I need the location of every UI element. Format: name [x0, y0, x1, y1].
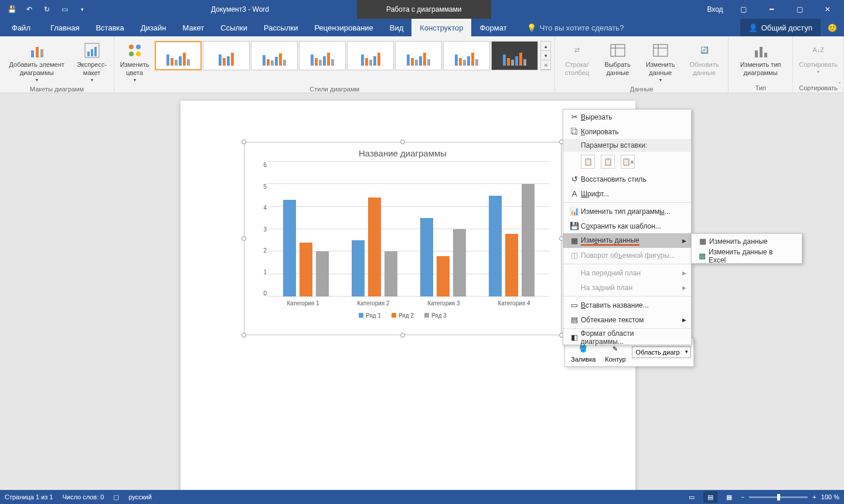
spellcheck-icon[interactable]: ▢: [113, 493, 119, 501]
chart-style-2[interactable]: [203, 41, 250, 70]
chart-legend[interactable]: Ряд 1Ряд 2Ряд 3: [244, 312, 561, 319]
redo-icon[interactable]: ↻: [40, 2, 54, 16]
tab-references[interactable]: Ссылки: [212, 19, 256, 36]
tab-mailings[interactable]: Рассылки: [256, 19, 306, 36]
bar[interactable]: [352, 240, 365, 297]
bar[interactable]: [522, 184, 535, 297]
chart-style-1[interactable]: [155, 41, 202, 70]
new-doc-icon[interactable]: ▭: [57, 2, 72, 16]
bars-container: [268, 162, 549, 297]
tab-home[interactable]: Главная: [42, 19, 87, 36]
chart-style-8[interactable]: [491, 41, 538, 70]
maximize-icon[interactable]: ▢: [787, 0, 812, 19]
ribbon-tabs: Файл Главная Вставка Дизайн Макет Ссылки…: [0, 19, 844, 36]
word-count[interactable]: Число слов: 0: [62, 493, 104, 500]
ctx-edit-data[interactable]: ▦ Изменить данные ▶ ▦Изменить данные ▦Из…: [563, 233, 691, 248]
print-layout-icon[interactable]: ▤: [703, 491, 717, 503]
ctx-format-area[interactable]: ◧Формат области диаграммы...: [563, 330, 691, 345]
wrap-icon: ▤: [568, 315, 581, 324]
bar[interactable]: [437, 256, 450, 297]
undo-icon[interactable]: ↶: [22, 2, 36, 16]
tell-me-search[interactable]: 💡Что вы хотите сделать?: [527, 19, 624, 36]
share-button[interactable]: 👤Общий доступ: [740, 19, 821, 36]
tab-file[interactable]: Файл: [0, 19, 42, 36]
resize-handle[interactable]: [241, 139, 246, 144]
express-layout-button[interactable]: Экспресс-макет▾: [72, 40, 111, 84]
bar[interactable]: [316, 251, 329, 297]
bar[interactable]: [283, 200, 296, 297]
ctx-insert-title[interactable]: ▭Вставить название...: [563, 298, 691, 312]
qat-customize-icon[interactable]: ▾: [75, 2, 89, 16]
resize-handle[interactable]: [241, 236, 246, 241]
bar[interactable]: [489, 196, 502, 297]
bar[interactable]: [300, 243, 312, 297]
edit-data-icon: ▦: [568, 236, 581, 245]
paste-option-3[interactable]: 📋A: [621, 155, 635, 169]
title-bar: 💾 ↶ ↻ ▭ ▾ Документ3 - Word Работа с диаг…: [0, 0, 844, 19]
bar[interactable]: [453, 229, 466, 297]
minimize-icon[interactable]: ━: [758, 0, 784, 19]
bar[interactable]: [505, 234, 518, 297]
zoom-level[interactable]: 100 %: [821, 493, 839, 500]
edit-icon: ▦: [696, 237, 709, 246]
group-data: ⇄Строка/столбец Выбрать данные Изменить …: [555, 36, 728, 93]
language-indicator[interactable]: русский: [128, 493, 151, 500]
change-colors-button[interactable]: Изменить цвета▾: [117, 40, 153, 84]
tab-design[interactable]: Дизайн: [132, 19, 175, 36]
tab-view[interactable]: Вид: [382, 19, 412, 36]
tab-review[interactable]: Рецензирование: [306, 19, 381, 36]
edit-data-button[interactable]: Изменить данные▾: [639, 40, 682, 84]
bar[interactable]: [384, 251, 397, 297]
ribbon-display-icon[interactable]: ▢: [730, 0, 756, 19]
signin-button[interactable]: Вход: [702, 0, 728, 19]
paste-option-1[interactable]: 📋: [581, 155, 595, 169]
plot-area[interactable]: 0123456: [268, 162, 549, 297]
page-indicator[interactable]: Страница 1 из 1: [5, 493, 53, 500]
ctx-copy[interactable]: ⿻Копировать: [563, 124, 691, 139]
ctx-rotate-3d: ◫Поворот объемной фигуры...: [563, 248, 691, 263]
ctx-cut[interactable]: ✂Вырезать: [563, 110, 691, 124]
change-chart-type-button[interactable]: Изменить тип диаграммы: [731, 40, 790, 79]
read-mode-icon[interactable]: ▭: [685, 491, 699, 503]
zoom-in-button[interactable]: +: [812, 493, 816, 500]
collapse-ribbon-icon[interactable]: ˆ: [839, 82, 840, 88]
chart-style-7[interactable]: [443, 41, 490, 70]
select-data-button[interactable]: Выбрать данные: [597, 40, 638, 79]
ctx-font[interactable]: AШрифт...: [563, 186, 691, 201]
resize-handle[interactable]: [400, 333, 405, 338]
ctx-save-template[interactable]: 💾Сохранить как шаблон...: [563, 219, 691, 233]
ctx-back-label: На задний план: [581, 284, 632, 292]
submenu-edit-excel[interactable]: ▦Изменить данные в Excel: [692, 248, 802, 263]
tab-insert[interactable]: Вставка: [87, 19, 132, 36]
tab-constructor[interactable]: Конструктор: [411, 19, 471, 36]
bar[interactable]: [420, 218, 433, 297]
ctx-wrap-text[interactable]: ▤Обтекание текстом▶: [563, 312, 691, 327]
paste-option-2[interactable]: 📋: [601, 155, 615, 169]
chart-style-4[interactable]: [299, 41, 346, 70]
resize-handle[interactable]: [241, 333, 246, 338]
submenu-edit-data[interactable]: ▦Изменить данные: [692, 234, 802, 248]
chart-object[interactable]: Название диаграммы 0123456 Категория 1Ка…: [244, 142, 561, 335]
tab-layout[interactable]: Макет: [174, 19, 212, 36]
feedback-smiley-icon[interactable]: 🙂: [821, 19, 844, 36]
style-gallery-expand[interactable]: ▴▾≡: [540, 41, 551, 70]
add-chart-element-button[interactable]: Добавить элемент диаграммы▾: [2, 40, 71, 84]
ctx-send-back: На задний план▶: [563, 280, 691, 295]
chart-style-5[interactable]: [347, 41, 394, 70]
chart-style-6[interactable]: [395, 41, 442, 70]
chart-style-3[interactable]: [251, 41, 298, 70]
zoom-slider[interactable]: [749, 496, 808, 498]
save-icon[interactable]: 💾: [5, 2, 19, 16]
zoom-out-button[interactable]: −: [741, 493, 744, 500]
data-group-label: Данные: [557, 84, 725, 94]
web-layout-icon[interactable]: ▦: [722, 491, 736, 503]
chart-area-selector[interactable]: Область диагр: [632, 346, 691, 358]
ctx-change-chart-type[interactable]: 📊Изменить тип диаграммы...: [563, 204, 691, 219]
chart-title[interactable]: Название диаграммы: [244, 142, 561, 162]
close-icon[interactable]: ✕: [815, 0, 840, 19]
bar[interactable]: [368, 197, 381, 297]
tab-format[interactable]: Формат: [471, 19, 515, 36]
ctx-restore-style[interactable]: ↺Восстановить стиль: [563, 172, 691, 186]
add-element-label: Добавить элемент диаграммы: [6, 61, 67, 77]
resize-handle[interactable]: [400, 139, 405, 144]
